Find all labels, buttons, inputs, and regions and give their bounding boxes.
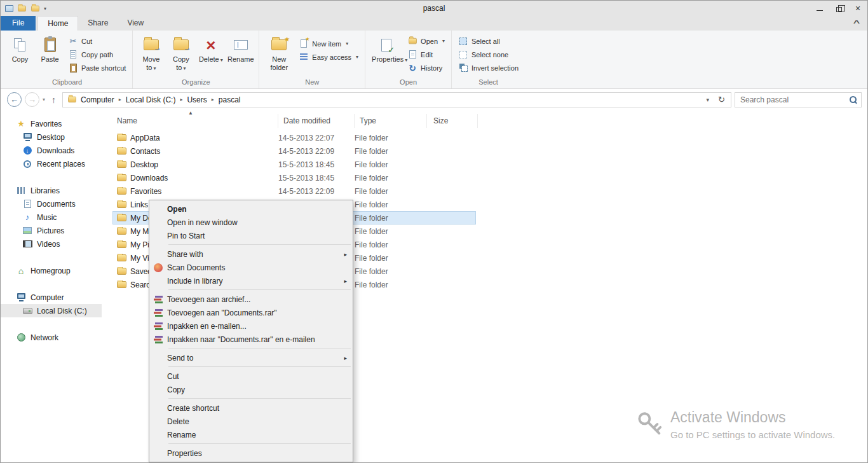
restore-button[interactable] (829, 1, 848, 16)
easy-access-button[interactable]: Easy access ▾ (295, 50, 362, 64)
qat-folder-icon-2[interactable] (31, 5, 39, 11)
open-icon (407, 36, 417, 46)
sidebar-item-recent-places[interactable]: Recent places (1, 157, 112, 170)
sort-ascending-icon[interactable]: ▲ (188, 110, 193, 116)
video-icon (22, 239, 32, 249)
context-menu-item-add-to-documents-rar[interactable]: Toevoegen aan "Documents.rar" (149, 306, 353, 319)
sidebar-item-pictures[interactable]: Pictures (1, 224, 112, 237)
qat-chevron-down-icon[interactable]: ▾ (44, 6, 46, 11)
sidebar-label: Network (31, 333, 58, 342)
context-menu-item-share-with[interactable]: Share with ▸ (149, 247, 353, 261)
context-menu-item-pin-to-start[interactable]: Pin to Start (149, 229, 353, 242)
table-row[interactable]: Favorites 14-5-2013 22:09 File folder (112, 184, 476, 198)
column-header-name[interactable]: Name (112, 114, 278, 128)
menu-separator (168, 289, 351, 290)
open-button[interactable]: Open ▾ (404, 34, 448, 48)
refresh-icon[interactable]: ↻ (714, 95, 729, 104)
context-menu-item-cut[interactable]: Cut (149, 370, 353, 383)
column-header-type[interactable]: Type (355, 114, 427, 128)
cut-button[interactable]: ✂ Cut (65, 34, 129, 48)
move-to-button[interactable]: Move to▾ (136, 33, 166, 74)
sidebar-item-network[interactable]: Network (1, 331, 112, 344)
edit-button[interactable]: Edit (404, 48, 448, 61)
context-menu-item-delete[interactable]: Delete (149, 415, 353, 428)
sidebar-item-favorites[interactable]: ★ Favorites (1, 117, 112, 130)
select-none-button[interactable]: Select none (455, 48, 522, 61)
search-input[interactable] (740, 95, 849, 104)
explorer-icon[interactable] (5, 5, 13, 12)
new-folder-button[interactable]: New folder (262, 33, 295, 73)
copy-button[interactable]: Copy (5, 33, 35, 65)
sidebar-item-documents[interactable]: Documents (1, 197, 112, 211)
sidebar-item-libraries[interactable]: Libraries (1, 184, 112, 197)
context-menu-item-compress-to-documents-rar-and-email[interactable]: Inpakken naar "Documents.rar" en e-maile… (149, 333, 353, 346)
paste-button[interactable]: Paste (35, 33, 65, 65)
history-button[interactable]: ↻ History (404, 61, 448, 74)
context-menu-item-include-in-library[interactable]: Include in library ▸ (149, 274, 353, 287)
disk-icon (22, 306, 32, 316)
properties-button[interactable]: Properties▾ (369, 33, 404, 66)
breadcrumb-local-disk[interactable]: Local Disk (C:) (122, 94, 180, 106)
column-header-size[interactable]: Size (427, 114, 478, 128)
context-menu-item-properties[interactable]: Properties (149, 446, 353, 460)
winrar-icon (154, 296, 163, 303)
file-name: Desktop (130, 160, 158, 169)
context-menu-item-rename[interactable]: Rename (149, 428, 353, 441)
context-menu-item-create-shortcut[interactable]: Create shortcut (149, 401, 353, 415)
sidebar-item-music[interactable]: ♪ Music (1, 211, 112, 224)
breadcrumb-pascal[interactable]: pascal (215, 94, 245, 106)
sidebar-item-computer[interactable]: Computer (1, 291, 112, 304)
breadcrumb-computer[interactable]: Computer (77, 94, 118, 106)
invert-selection-button[interactable]: Invert selection (455, 61, 522, 74)
sidebar-label: Desktop (37, 133, 65, 142)
new-item-button[interactable]: New item ▾ (295, 37, 362, 50)
document-icon (22, 199, 32, 209)
close-button[interactable]: × (848, 1, 867, 16)
address-bar[interactable]: Computer ▸ Local Disk (C:) ▸ Users ▸ pas… (62, 92, 731, 107)
file-name: Links (130, 200, 148, 209)
up-button[interactable]: ↑ (48, 95, 59, 105)
context-menu-item-scan-documents[interactable]: Scan Documents (149, 261, 353, 274)
sidebar-item-local-disk-c[interactable]: Local Disk (C:) (1, 304, 102, 317)
rename-button[interactable]: Rename (226, 33, 255, 65)
tab-file[interactable]: File (1, 16, 36, 31)
table-row[interactable]: Downloads 15-5-2013 18:45 File folder (112, 171, 476, 184)
sidebar-label: Music (37, 213, 57, 222)
search-icon[interactable] (849, 95, 857, 104)
paste-shortcut-button[interactable]: Paste shortcut (65, 61, 129, 74)
home-icon: ⌂ (16, 266, 26, 276)
sidebar-item-downloads[interactable]: ↓ Downloads (1, 144, 112, 157)
tab-view[interactable]: View (118, 16, 153, 31)
forward-button[interactable]: → (25, 92, 39, 107)
context-menu-item-open-in-new-window[interactable]: Open in new window (149, 216, 353, 229)
collapse-ribbon-icon[interactable]: ^ (853, 20, 860, 27)
delete-button[interactable]: × Delete▾ (196, 33, 226, 66)
sidebar-item-videos[interactable]: Videos (1, 237, 112, 251)
copy-to-button[interactable]: Copy to▾ (166, 33, 196, 74)
copy-path-button[interactable]: Copy path (65, 48, 129, 61)
select-group-label: Select (452, 78, 524, 88)
new-group-label: New (260, 78, 364, 88)
recent-locations-chevron-icon[interactable]: ▾ (43, 97, 45, 102)
folder-icon (117, 161, 126, 168)
sidebar-item-desktop[interactable]: Desktop (1, 130, 112, 144)
table-row[interactable]: Contacts 14-5-2013 22:09 File folder (112, 144, 476, 158)
table-row[interactable]: Desktop 15-5-2013 18:45 File folder (112, 158, 476, 171)
sidebar-item-homegroup[interactable]: ⌂ Homegroup (1, 264, 112, 277)
context-menu-item-copy[interactable]: Copy (149, 383, 353, 396)
context-menu-item-compress-and-email[interactable]: Inpakken en e-mailen... (149, 319, 353, 333)
file-type: File folder (355, 227, 427, 236)
column-header-date-modified[interactable]: Date modified (278, 114, 355, 128)
context-menu-item-open[interactable]: Open (149, 202, 353, 216)
context-menu-item-send-to[interactable]: Send to ▸ (149, 351, 353, 364)
tab-share[interactable]: Share (78, 16, 118, 31)
context-menu-item-add-to-archive[interactable]: Toevoegen aan archief... (149, 293, 353, 306)
tab-home[interactable]: Home (37, 16, 78, 31)
address-chevron-down-icon[interactable]: ▾ (702, 97, 714, 103)
select-all-button[interactable]: Select all (455, 34, 522, 48)
minimize-button[interactable] (810, 1, 829, 16)
table-row[interactable]: AppData 14-5-2013 22:07 File folder (112, 131, 476, 144)
back-button[interactable]: ← (7, 92, 22, 107)
breadcrumb-users[interactable]: Users (183, 94, 210, 106)
qat-folder-icon-1[interactable] (18, 5, 26, 11)
